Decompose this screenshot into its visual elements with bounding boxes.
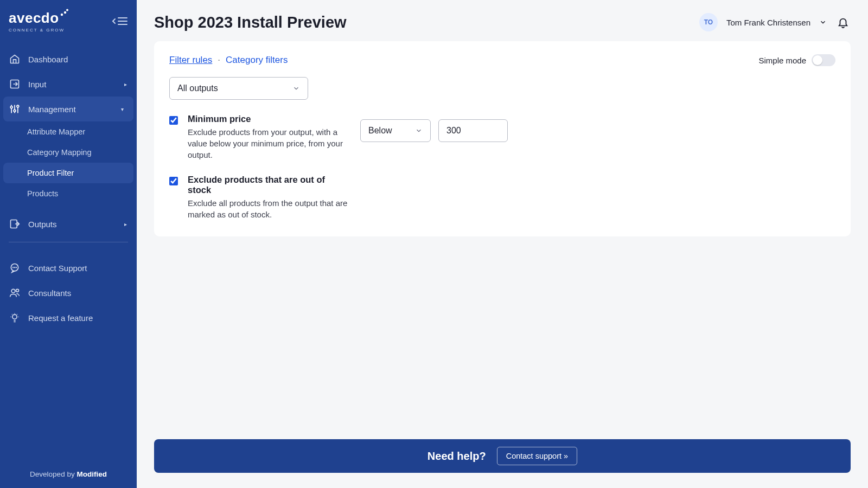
sidebar-footer: Developed by Modified bbox=[0, 460, 137, 488]
primary-nav: Dashboard Input Management bbox=[0, 47, 137, 121]
sidebar-item-consultants[interactable]: Consultants bbox=[0, 280, 137, 305]
sidebar-sub-label: Attribute Mapper bbox=[27, 127, 85, 136]
sidebar-item-label: Input bbox=[28, 80, 46, 89]
rule-min-price-desc: Exclude products from your output, with … bbox=[188, 126, 350, 160]
filter-tabs: Filter rules · Category filters bbox=[169, 55, 288, 66]
input-icon bbox=[9, 78, 21, 90]
sidebar-item-request-feature[interactable]: Request a feature bbox=[0, 305, 137, 330]
output-icon bbox=[9, 218, 21, 230]
chevron-down-icon bbox=[292, 85, 300, 92]
sidebar: avecdo CONNECT & GROW Dashboard bbox=[0, 0, 137, 488]
brand-tagline: CONNECT & GROW bbox=[9, 28, 69, 33]
help-bar: Need help? Contact support » bbox=[154, 439, 851, 473]
svg-point-17 bbox=[16, 267, 17, 268]
sidebar-item-dashboard[interactable]: Dashboard bbox=[0, 47, 137, 72]
notifications-button[interactable] bbox=[835, 15, 851, 30]
sidebar-item-management[interactable]: Management bbox=[3, 97, 133, 121]
logo-dots-icon bbox=[60, 9, 69, 16]
user-name[interactable]: Tom Frank Christensen bbox=[726, 18, 810, 27]
rule-out-of-stock-checkbox[interactable] bbox=[169, 177, 178, 185]
contact-support-button[interactable]: Contact support » bbox=[497, 447, 577, 465]
logo-row: avecdo CONNECT & GROW bbox=[0, 0, 137, 39]
svg-point-0 bbox=[60, 14, 62, 16]
rule-out-of-stock: Exclude products that are out of stock E… bbox=[169, 175, 835, 220]
lightbulb-icon bbox=[9, 312, 21, 324]
sidebar-item-input[interactable]: Input bbox=[0, 72, 137, 97]
help-text: Need help? bbox=[427, 450, 486, 463]
sidebar-item-contact-support[interactable]: Contact Support bbox=[0, 255, 137, 280]
min-price-value-input[interactable] bbox=[438, 119, 508, 142]
tab-filter-rules[interactable]: Filter rules bbox=[169, 55, 212, 66]
tab-category-filters[interactable]: Category filters bbox=[226, 55, 288, 66]
sidebar-item-label: Outputs bbox=[28, 220, 57, 229]
topbar: Shop 2023 Install Preview TO Tom Frank C… bbox=[137, 0, 868, 41]
brand-name: avecdo bbox=[9, 10, 59, 27]
page-title: Shop 2023 Install Preview bbox=[154, 14, 347, 31]
primary-nav-lower: Outputs bbox=[0, 211, 137, 236]
sidebar-sub-label: Products bbox=[27, 189, 58, 198]
sidebar-sub-products[interactable]: Products bbox=[0, 183, 137, 204]
sliders-icon bbox=[9, 103, 21, 115]
rule-min-price-checkbox[interactable] bbox=[169, 116, 178, 125]
brand-logo: avecdo CONNECT & GROW bbox=[9, 10, 69, 33]
chat-icon bbox=[9, 262, 21, 274]
sidebar-sub-label: Category Mapping bbox=[27, 148, 92, 157]
svg-point-19 bbox=[16, 289, 19, 292]
sidebar-item-label: Consultants bbox=[28, 288, 71, 298]
svg-point-20 bbox=[12, 314, 17, 319]
management-subnav: Attribute Mapper Category Mapping Produc… bbox=[0, 121, 137, 204]
sidebar-sub-category-mapping[interactable]: Category Mapping bbox=[0, 142, 137, 163]
users-icon bbox=[9, 287, 21, 299]
chevron-down-icon bbox=[415, 127, 423, 134]
rule-minimum-price: Minimum price Exclude products from your… bbox=[169, 114, 835, 160]
rule-out-of-stock-title: Exclude products that are out of stock bbox=[188, 175, 350, 195]
home-icon bbox=[9, 53, 21, 65]
footer-prefix: Developed by bbox=[30, 470, 76, 478]
min-price-operator-value: Below bbox=[368, 126, 392, 136]
sidebar-item-label: Management bbox=[28, 105, 76, 114]
svg-point-2 bbox=[66, 9, 68, 11]
filter-card: Filter rules · Category filters Simple m… bbox=[154, 41, 851, 236]
svg-point-10 bbox=[14, 110, 16, 112]
simple-mode-label: Simple mode bbox=[758, 56, 806, 65]
svg-point-12 bbox=[17, 105, 19, 107]
support-nav: Contact Support Consultants Request a fe… bbox=[0, 255, 137, 330]
main: Shop 2023 Install Preview TO Tom Frank C… bbox=[137, 0, 868, 488]
sidebar-divider bbox=[9, 242, 128, 242]
tab-separator: · bbox=[218, 55, 220, 66]
sidebar-item-label: Dashboard bbox=[28, 55, 68, 64]
rule-min-price-title: Minimum price bbox=[188, 114, 350, 124]
sidebar-sub-label: Product Filter bbox=[27, 169, 74, 177]
rule-out-of-stock-desc: Exclude all products from the output tha… bbox=[188, 197, 350, 220]
simple-mode-toggle: Simple mode bbox=[758, 54, 835, 66]
content: Filter rules · Category filters Simple m… bbox=[137, 41, 868, 488]
sidebar-item-label: Request a feature bbox=[28, 313, 93, 323]
topbar-right: TO Tom Frank Christensen bbox=[699, 13, 851, 31]
svg-point-18 bbox=[11, 289, 15, 293]
output-select[interactable]: All outputs bbox=[169, 77, 308, 100]
svg-point-15 bbox=[13, 267, 14, 268]
card-head: Filter rules · Category filters Simple m… bbox=[169, 54, 835, 66]
sidebar-collapse-button[interactable] bbox=[112, 16, 128, 27]
sidebar-sub-attribute-mapper[interactable]: Attribute Mapper bbox=[0, 121, 137, 142]
chevron-down-icon[interactable] bbox=[819, 18, 827, 26]
avatar[interactable]: TO bbox=[699, 13, 718, 31]
svg-point-1 bbox=[63, 11, 66, 14]
svg-point-16 bbox=[15, 267, 15, 268]
footer-brand: Modified bbox=[76, 470, 107, 478]
sidebar-sub-product-filter[interactable]: Product Filter bbox=[3, 163, 133, 183]
output-select-value: All outputs bbox=[177, 84, 218, 93]
simple-mode-switch[interactable] bbox=[812, 54, 835, 66]
sidebar-item-outputs[interactable]: Outputs bbox=[0, 211, 137, 236]
svg-point-8 bbox=[10, 106, 12, 108]
sidebar-item-label: Contact Support bbox=[28, 264, 87, 273]
min-price-operator-select[interactable]: Below bbox=[360, 119, 431, 142]
